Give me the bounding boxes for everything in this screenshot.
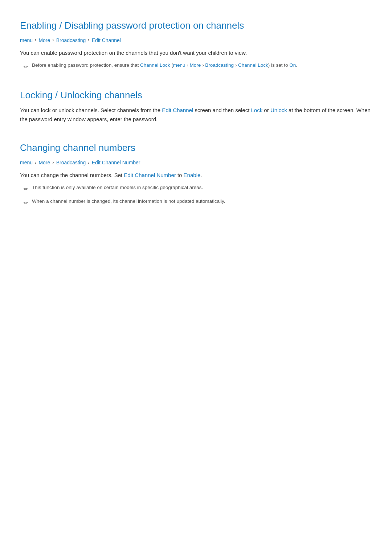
link-menu-note[interactable]: menu [173, 62, 185, 68]
breadcrumb-more-2[interactable]: More [38, 159, 50, 167]
link-channel-lock-1[interactable]: Channel Lock [140, 62, 170, 68]
breadcrumb-broadcasting-2[interactable]: Broadcasting [56, 159, 86, 167]
note-text-enabling: Before enabling password protection, ens… [32, 61, 297, 69]
link-lock[interactable]: Lock [251, 107, 263, 113]
link-edit-channel-number[interactable]: Edit Channel Number [124, 172, 176, 178]
breadcrumb-broadcasting[interactable]: Broadcasting [56, 36, 86, 44]
breadcrumb-edit-channel[interactable]: Edit Channel [92, 36, 121, 44]
note-block-changing-2: When a channel number is changed, its ch… [24, 197, 372, 208]
chevron-icon-4: › [35, 159, 36, 167]
link-enable[interactable]: Enable [184, 172, 201, 178]
section-title-locking: Locking / Unlocking channels [20, 84, 372, 103]
chevron-icon-6: › [88, 159, 89, 167]
link-more-note[interactable]: More [190, 62, 201, 68]
note-block-enabling: Before enabling password protection, ens… [24, 61, 372, 71]
breadcrumb-menu-2[interactable]: menu [20, 159, 33, 167]
breadcrumb-changing: menu › More › Broadcasting › Edit Channe… [20, 159, 372, 167]
chevron-icon-1: › [35, 36, 36, 44]
note-text-changing-2: When a channel number is changed, its ch… [32, 197, 225, 205]
chevron-icon-5: › [52, 159, 54, 167]
chevron-icon-3: › [88, 36, 89, 44]
section-enabling-disabling: Enabling / Disabling password protection… [20, 15, 372, 71]
link-broadcasting-note[interactable]: Broadcasting [205, 62, 234, 68]
breadcrumb-edit-channel-number[interactable]: Edit Channel Number [92, 159, 140, 167]
pencil-icon-changing-1 [24, 184, 28, 194]
chevron-icon-2: › [52, 36, 54, 44]
section-title-changing: Changing channel numbers [20, 137, 372, 156]
breadcrumb-menu[interactable]: menu [20, 36, 33, 44]
section-title-enabling: Enabling / Disabling password protection… [20, 15, 372, 33]
pencil-icon-enabling [24, 62, 28, 71]
link-channel-lock-2[interactable]: Channel Lock [238, 62, 268, 68]
pencil-icon-changing-2 [24, 198, 28, 208]
breadcrumb-enabling: menu › More › Broadcasting › Edit Channe… [20, 36, 372, 44]
section-locking-unlocking: Locking / Unlocking channels You can loc… [20, 84, 372, 124]
breadcrumb-more[interactable]: More [38, 36, 50, 44]
section-changing-numbers: Changing channel numbers menu › More › B… [20, 137, 372, 207]
link-on[interactable]: On [289, 62, 296, 68]
note-block-changing-1: This function is only available on certa… [24, 184, 372, 194]
link-unlock[interactable]: Unlock [270, 107, 287, 113]
body-text-enabling: You can enable password protection on th… [20, 49, 372, 58]
body-text-locking: You can lock or unlock channels. Select … [20, 106, 372, 124]
note-text-changing-1: This function is only available on certa… [32, 184, 203, 192]
body-text-changing: You can change the channel numbers. Set … [20, 171, 372, 180]
link-edit-channel-locking[interactable]: Edit Channel [162, 107, 193, 113]
